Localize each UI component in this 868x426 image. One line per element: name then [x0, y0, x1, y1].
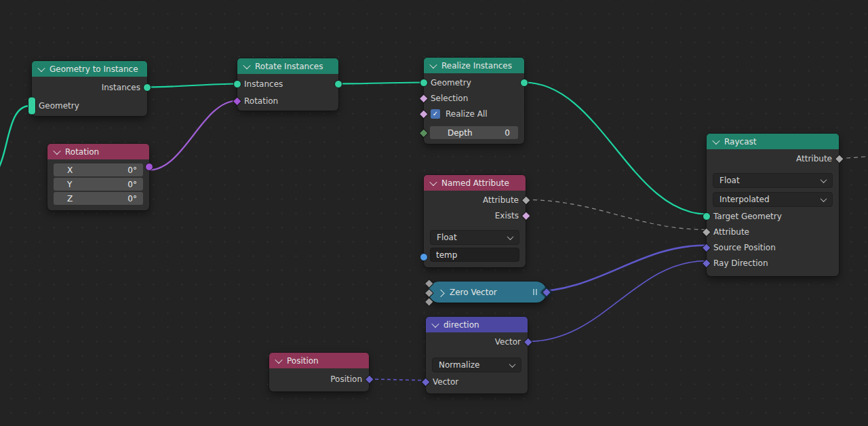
- output-label: Exists: [495, 211, 519, 220]
- input-label: Target Geometry: [713, 212, 782, 221]
- dropdown-value: Normalize: [439, 360, 479, 370]
- node-zero-vector[interactable]: Zero Vector: [429, 282, 547, 303]
- chevron-down-icon[interactable]: [243, 61, 250, 69]
- input-label: Attribute: [713, 227, 749, 237]
- node-geometry-to-instance[interactable]: Geometry to Instance Instances Geometry: [32, 61, 147, 116]
- field-label: Y: [67, 180, 72, 189]
- input-label: Geometry: [431, 78, 471, 88]
- socket-target-geometry-input[interactable]: [703, 212, 711, 220]
- node-header[interactable]: Rotate Instances: [237, 58, 338, 74]
- input-label: Geometry: [39, 101, 79, 111]
- collapsed-sockets-icon: [533, 289, 538, 295]
- chevron-down-icon: [821, 195, 827, 202]
- checkbox-label: Realize All: [446, 109, 488, 119]
- rotation-y-field[interactable]: Y 0°: [54, 178, 143, 191]
- data-type-dropdown[interactable]: Float: [713, 173, 833, 188]
- node-title: Named Attribute: [441, 178, 509, 188]
- interpolation-dropdown[interactable]: Interpolated: [713, 192, 833, 207]
- chevron-down-icon[interactable]: [429, 178, 437, 185]
- chevron-down-icon[interactable]: [53, 147, 60, 154]
- node-rotation[interactable]: Rotation X 0° Y 0° Z 0°: [47, 144, 149, 210]
- field-value: 0: [505, 128, 510, 138]
- input-value: temp: [436, 250, 457, 260]
- wire-direction-to-raycast: [528, 261, 707, 342]
- operation-dropdown[interactable]: Normalize: [432, 357, 521, 372]
- node-rotate-instances[interactable]: Rotate Instances Instances Rotation: [237, 58, 338, 111]
- node-title: Zero Vector: [450, 288, 497, 297]
- field-value: 0°: [127, 180, 137, 189]
- node-title: direction: [443, 320, 479, 330]
- input-label: Rotation: [244, 96, 278, 106]
- chevron-down-icon[interactable]: [275, 355, 282, 363]
- wire-position-to-direction: [369, 379, 426, 381]
- wire-rotation-to-rotate: [149, 101, 237, 170]
- socket-name-input[interactable]: [420, 253, 428, 261]
- socket-geometry-input[interactable]: [420, 79, 428, 87]
- node-direction[interactable]: direction Vector Normalize Vector: [426, 317, 528, 393]
- output-label: Attribute: [483, 195, 519, 205]
- field-label: Z: [67, 194, 73, 204]
- field-label: X: [67, 166, 73, 175]
- dropdown-value: Interpolated: [719, 195, 770, 204]
- chevron-down-icon[interactable]: [431, 320, 439, 327]
- output-label: Vector: [495, 337, 521, 347]
- socket-rotation-output[interactable]: [145, 163, 153, 171]
- input-label: Source Position: [713, 243, 776, 252]
- realize-all-checkbox[interactable]: ✓: [431, 109, 440, 119]
- chevron-down-icon: [509, 361, 516, 368]
- checkmark-icon: ✓: [433, 111, 438, 117]
- socket-instances-input[interactable]: [233, 80, 241, 88]
- wire-namedattr-to-raycast: [526, 200, 707, 230]
- node-header[interactable]: direction: [426, 317, 528, 332]
- socket-geometry-multi-input[interactable]: [28, 96, 36, 115]
- output-label: Position: [330, 374, 362, 384]
- node-title: Rotate Instances: [255, 62, 323, 71]
- field-value: 0°: [127, 166, 137, 175]
- input-label: Selection: [431, 94, 468, 103]
- node-title: Raycast: [724, 137, 756, 147]
- field-label: Depth: [448, 128, 473, 138]
- field-value: 0°: [127, 194, 137, 204]
- chevron-down-icon[interactable]: [712, 136, 719, 144]
- wire-instances-to-rotate: [147, 84, 237, 88]
- node-title: Realize Instances: [441, 61, 512, 71]
- rotation-x-field[interactable]: X 0°: [54, 163, 143, 176]
- chevron-down-icon[interactable]: [37, 64, 45, 71]
- node-header[interactable]: Named Attribute: [424, 175, 526, 191]
- input-label: Ray Direction: [713, 258, 768, 268]
- node-header[interactable]: Raycast: [707, 134, 839, 149]
- socket-geometry-output[interactable]: [520, 79, 528, 87]
- node-position[interactable]: Position Position: [269, 353, 369, 391]
- attribute-name-input[interactable]: temp: [430, 248, 519, 262]
- chevron-right-icon[interactable]: [437, 289, 444, 296]
- node-title: Position: [287, 356, 319, 366]
- node-title: Rotation: [65, 147, 99, 157]
- dropdown-value: Float: [437, 233, 457, 242]
- input-label: Instances: [244, 79, 283, 89]
- node-title: Geometry to Instance: [50, 64, 138, 74]
- socket-instances-output[interactable]: [143, 83, 151, 92]
- input-label: Vector: [433, 377, 458, 387]
- chevron-down-icon: [821, 176, 827, 183]
- data-type-dropdown[interactable]: Float: [430, 230, 519, 245]
- rotation-z-field[interactable]: Z 0°: [54, 192, 143, 205]
- chevron-down-icon: [507, 233, 514, 240]
- node-raycast[interactable]: Raycast Attribute Float Interpolated Tar…: [707, 134, 839, 276]
- node-header[interactable]: Position: [269, 353, 369, 368]
- node-header[interactable]: Rotation: [47, 144, 149, 159]
- node-realize-instances[interactable]: Realize Instances Geometry Selection ✓ R…: [424, 58, 524, 144]
- wire-rotate-to-realize: [338, 83, 424, 84]
- output-label: Instances: [102, 83, 140, 92]
- depth-value-field[interactable]: Depth 0: [430, 126, 518, 139]
- chevron-down-icon[interactable]: [429, 60, 437, 68]
- wire-realize-to-raycast: [524, 83, 707, 214]
- dropdown-value: Float: [719, 176, 740, 185]
- wire-zerovector-to-raycast: [528, 246, 707, 292]
- wire-incoming-geometry: [0, 106, 30, 173]
- node-header[interactable]: Geometry to Instance: [32, 61, 147, 77]
- node-named-attribute[interactable]: Named Attribute Attribute Exists Float t…: [424, 175, 526, 267]
- socket-instances-output[interactable]: [334, 80, 342, 88]
- node-header[interactable]: Realize Instances: [424, 58, 524, 73]
- output-label: Attribute: [796, 154, 832, 163]
